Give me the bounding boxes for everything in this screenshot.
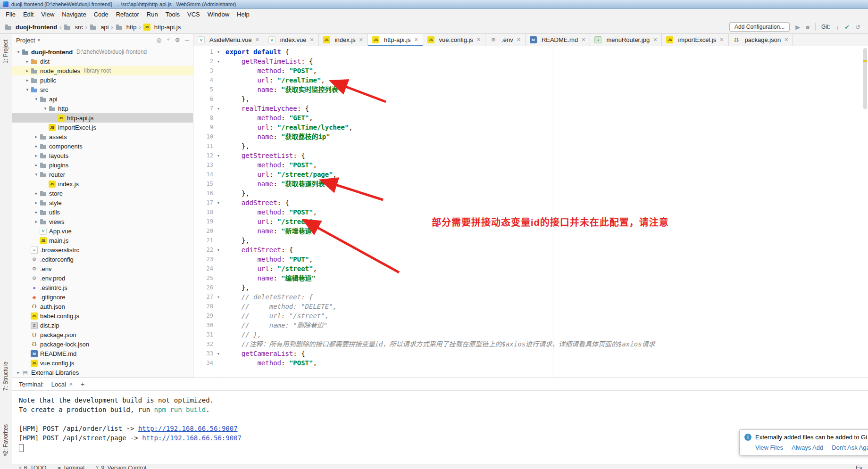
chevron-collapsed-icon[interactable]: ▸ [33,163,40,167]
fold-icon[interactable]: ▾ [215,50,222,54]
code-line[interactable]: 21 }, [193,236,868,245]
chevron-collapsed-icon[interactable]: ▸ [24,59,31,64]
tree-item-public[interactable]: ▸public [12,75,193,85]
tree-item-utils[interactable]: ▸utils [12,207,193,217]
menu-edit[interactable]: Edit [19,9,37,20]
code-line[interactable]: 31 // }, [193,330,868,339]
menu-file[interactable]: File [2,9,19,20]
menu-help[interactable]: Help [233,9,253,20]
breadcrumb-item-http[interactable]: http [116,24,137,31]
tree-item-auth-json[interactable]: auth.json [12,302,193,311]
editor-scrollbar[interactable] [862,46,868,378]
locate-file-icon[interactable]: ◎ [157,37,161,43]
close-icon[interactable]: ✕ [310,37,314,43]
chevron-expanded-icon[interactable]: ▾ [33,97,40,101]
tree-item-eslintrc-js[interactable]: .eslintrc.js [12,283,193,292]
event-log-button[interactable]: Ev [856,465,862,469]
tool-button-project[interactable]: 1: Project [2,40,9,64]
close-icon[interactable]: ✕ [517,37,521,43]
tree-item-dist[interactable]: ▸dist [12,57,193,66]
stop-icon[interactable]: ■ [806,24,810,31]
collapse-all-icon[interactable]: ÷ [167,37,170,43]
menu-vcs[interactable]: VCS [184,9,204,20]
code-line[interactable]: 29 // url: "/street", [193,311,868,321]
breadcrumb-item-api[interactable]: api [90,24,108,31]
chevron-expanded-icon[interactable]: ▾ [24,87,31,92]
code-line[interactable]: 28 // method: "DELETE", [193,302,868,311]
scrollbar-thumb[interactable] [863,48,867,109]
run-icon[interactable]: ▶ [795,24,800,31]
tree-item-store[interactable]: ▸store [12,189,193,198]
code-line[interactable]: 25 name: "编辑巷道" [193,273,868,283]
tab-menurouter-jpg[interactable]: menuRouter.jpg✕ [590,34,662,46]
tool-button-favorites[interactable]: 2: Favorites [2,424,9,454]
tree-item-readme-md[interactable]: README.md [12,349,193,358]
tree-item-package-json[interactable]: package.json [12,330,193,339]
chevron-expanded-icon[interactable]: ▾ [33,172,40,177]
new-terminal-icon[interactable]: + [81,380,84,388]
tab-readme-md[interactable]: README.md✕ [526,34,591,46]
code-line[interactable]: 12▾ getStreetList: { [193,151,868,160]
code-line[interactable]: 2▾ getRealTimeList: { [193,57,868,66]
chevron-collapsed-icon[interactable]: ▸ [33,191,40,196]
fold-icon[interactable]: ▾ [215,352,222,356]
code-line[interactable]: 5 name: "获取实时监控列表" [193,85,868,94]
add-configuration-button[interactable]: Add Configuration... [729,22,790,32]
close-icon[interactable]: ✕ [719,37,724,43]
chevron-collapsed-icon[interactable]: ▸ [33,134,40,139]
code-line[interactable]: 7▾ realTimeLychee: { [193,104,868,113]
terminal-cursor[interactable] [19,444,24,452]
chevron-collapsed-icon[interactable]: ▸ [33,219,40,224]
tree-item-style[interactable]: ▸style [12,198,193,207]
close-icon[interactable]: ✕ [359,37,363,43]
notification-action-always-add[interactable]: Always Add [792,444,823,451]
menu-run[interactable]: Run [143,9,162,20]
menu-navigate[interactable]: Navigate [58,9,90,20]
code-line[interactable]: 22▾ editStreet: { [193,245,868,255]
tree-item-browserslistrc[interactable]: .browserslistrc [12,245,193,255]
chevron-collapsed-icon[interactable]: ▸ [24,68,31,73]
code-line[interactable]: 8 method: "GET", [193,113,868,123]
code-editor[interactable]: 1▾export default {2▾ getRealTimeList: {3… [193,46,868,378]
status-item-6-todo[interactable]: ≡6: TODO [19,465,46,469]
chevron-collapsed-icon[interactable]: ▸ [33,153,40,158]
tree-item-env-prod[interactable]: .env.prod [12,273,193,283]
tree-item-vue-config-js[interactable]: vue.config.js [12,358,193,368]
tree-item-gitignore[interactable]: .gitignore [12,292,193,302]
code-line[interactable]: 23 method: "PUT", [193,255,868,264]
fold-icon[interactable]: ▾ [215,154,222,158]
breadcrumb-item-src[interactable]: src [64,24,83,31]
terminal-link[interactable]: http://192.168.66.56:9007 [142,434,242,442]
menu-refactor[interactable]: Refactor [112,9,143,20]
git-commit-icon[interactable]: ✔ [844,24,850,31]
fold-icon[interactable]: ▾ [215,201,222,205]
tree-item-app-vue[interactable]: App.vue [12,226,193,236]
close-icon[interactable]: ✕ [581,37,585,43]
code-line[interactable]: 34 method: "POST", [193,358,868,368]
code-line[interactable]: 32 //注释：所有用到删除的接口都需要拼接变量id，所以请求方式采用了挂载在原… [193,339,868,349]
terminal-link[interactable]: http://192.168.66.56:9007 [138,425,238,432]
fold-icon[interactable]: ▾ [215,59,222,64]
history-icon[interactable]: ↺ [855,24,860,31]
project-panel-title[interactable]: Project [16,37,35,44]
chevron-collapsed-icon[interactable]: ▸ [33,144,40,148]
tab-index-vue[interactable]: index.vue✕ [264,34,319,46]
close-icon[interactable]: ✕ [653,37,657,43]
tab-vue-config-js[interactable]: vue.config.js✕ [423,34,485,46]
status-item-terminal[interactable]: ■Terminal [58,465,84,469]
code-line[interactable]: 13 method: "POST", [193,160,868,170]
tree-item-env[interactable]: .env [12,264,193,273]
tab-env[interactable]: .env✕ [485,34,526,46]
tree-item-plugins[interactable]: ▸plugins [12,160,193,170]
breadcrumb-item-duoji-frontend[interactable]: duoji-frontend [5,24,57,31]
code-line[interactable]: 26 }, [193,283,868,292]
code-line[interactable]: 6 }, [193,94,868,104]
close-icon[interactable]: ✕ [69,381,73,387]
tree-item-package-lock-json[interactable]: package-lock.json [12,339,193,349]
code-line[interactable]: 30 // name: "删除巷道" [193,321,868,330]
tree-item-importexcel-js[interactable]: importExcel.js [12,123,193,132]
fold-icon[interactable]: ▾ [215,248,222,252]
code-line[interactable]: 1▾export default { [193,47,868,57]
tree-item-http-api-js[interactable]: http-api.js [12,113,193,123]
fold-icon[interactable]: ▾ [215,107,222,111]
